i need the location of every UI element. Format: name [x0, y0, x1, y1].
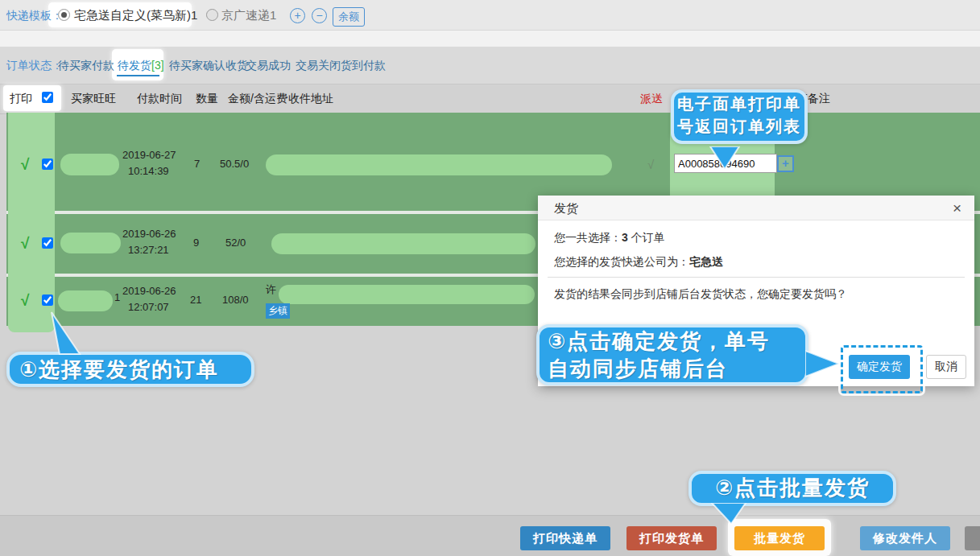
- tab-awaiting-payment[interactable]: 待买家付款: [58, 59, 114, 73]
- dialog-selected-line: 您一共选择：3 个订单: [554, 231, 665, 245]
- pay-time: 13:27:21: [128, 244, 169, 256]
- add-template-icon[interactable]: +: [290, 8, 305, 23]
- redacted-address-pill: [271, 233, 535, 254]
- cancel-button[interactable]: 取消: [926, 355, 966, 379]
- tab-awaiting-shipment[interactable]: 待发货[3]: [118, 59, 164, 73]
- callout-step1-pointer: [42, 311, 82, 356]
- callout-step3-bubble: ③点击确定发货，单号 自动同步店铺后台: [536, 324, 808, 385]
- remove-template-icon[interactable]: −: [312, 8, 327, 23]
- quantity: 9: [193, 237, 199, 249]
- print-shiplist-button[interactable]: 打印发货单: [626, 526, 717, 550]
- courier-label: 您选择的发货快递公司为：: [554, 255, 689, 268]
- dispatch-check-icon: √: [647, 158, 654, 171]
- callout-tracking-pointer: [705, 146, 744, 171]
- buyer-name-suffix: 1: [114, 291, 120, 303]
- active-tab-underline: [117, 75, 159, 76]
- callout-tracking-text-2: 号返回订单列表: [674, 116, 804, 137]
- dialog-title: 发货: [554, 201, 578, 216]
- pay-time: 10:14:39: [128, 165, 169, 177]
- edit-sender-button[interactable]: 修改发件人: [860, 526, 950, 550]
- redacted-address-pill: [279, 285, 535, 304]
- order-status-label: 订单状态：: [6, 59, 63, 73]
- tab-trade-closed[interactable]: 交易关闭: [296, 59, 341, 73]
- callout-step2-pointer: [710, 503, 749, 525]
- row-printed-check-icon: √: [21, 156, 29, 174]
- callout-step3-text-1: ③点击确定发货，单号: [540, 327, 805, 356]
- selected-count-label: 您一共选择：: [554, 231, 622, 244]
- courier-value: 宅急送: [689, 255, 723, 268]
- dialog-titlebar: [538, 196, 974, 220]
- row-printed-check-icon: √: [21, 292, 29, 310]
- divider-strip: [0, 31, 980, 47]
- address-prefix: 许: [266, 282, 276, 297]
- callout-step3-pointer: [805, 349, 842, 380]
- callout-step1-bubble: ①选择要发货的订单: [6, 352, 254, 387]
- batch-ship-button[interactable]: 批量发货: [734, 526, 825, 550]
- redacted-buyer-pill: [60, 233, 121, 253]
- header-qty: 数量: [196, 92, 218, 106]
- amount: 108/0: [222, 294, 249, 306]
- tab-awaiting-shipment-label: 待发货: [118, 59, 151, 72]
- header-dispatch: 派送: [640, 92, 663, 106]
- amount: 50.5/0: [220, 158, 249, 170]
- template-radio-2[interactable]: [206, 9, 218, 21]
- header-pay-time: 付款时间: [137, 92, 182, 106]
- redacted-address-pill: [266, 154, 612, 175]
- callout-tracking-text-1: 电子面单打印单: [674, 93, 804, 116]
- footer-bar: [0, 515, 980, 556]
- template-option2-label[interactable]: 京广速递1: [221, 8, 276, 23]
- callout-step1-text: ①选择要发货的订单: [10, 355, 251, 384]
- balance-button[interactable]: 余额: [333, 7, 365, 27]
- page: 快递模板： 宅急送自定义(菜鸟新)1 京广速递1 + − 余额 订单状态： 待买…: [0, 0, 980, 556]
- pay-date: 2019-06-27: [122, 149, 176, 161]
- cutoff-button[interactable]: [965, 526, 980, 550]
- header-print: 打印: [10, 92, 32, 106]
- add-tracking-icon[interactable]: +: [777, 155, 794, 172]
- dialog-divider: [548, 277, 965, 278]
- pay-date: 2019-06-26: [122, 228, 176, 240]
- quantity: 21: [190, 294, 201, 306]
- template-option1-label[interactable]: 宅急送自定义(菜鸟新)1: [74, 8, 197, 23]
- dialog-courier-line: 您选择的发货快递公司为：宅急送: [554, 255, 723, 270]
- header-amount: 金额/含运费: [228, 92, 287, 106]
- callout-tracking-bubble: 电子面单打印单 号返回订单列表: [671, 89, 808, 144]
- callout-step2-text: ②点击批量发货: [692, 474, 893, 502]
- select-all-checkbox[interactable]: [42, 92, 53, 103]
- print-express-button[interactable]: 打印快递单: [520, 526, 610, 550]
- redacted-buyer-pill: [60, 154, 119, 175]
- radio-selected-dot: [61, 12, 67, 18]
- template-radio-1[interactable]: [58, 9, 70, 21]
- row-checkbox[interactable]: [42, 237, 53, 249]
- template-bar-label: 快递模板：: [6, 9, 63, 23]
- dialog-message: 发货的结果会同步到店铺后台发货状态，您确定要发货吗？: [554, 287, 847, 302]
- redacted-buyer-pill: [58, 290, 113, 311]
- confirm-button-highlight: [841, 345, 923, 393]
- tab-trade-success[interactable]: 交易成功: [246, 59, 291, 73]
- selected-count-value: 3: [622, 231, 628, 244]
- selected-count-suffix: 个订单: [631, 231, 665, 244]
- tab-awaiting-confirm[interactable]: 待买家确认收货: [169, 59, 248, 73]
- row-printed-check-icon: √: [21, 235, 29, 253]
- row-checkbox[interactable]: [42, 294, 53, 306]
- header-address: 收件地址: [288, 92, 333, 106]
- tab-cod[interactable]: 货到付款: [341, 59, 386, 73]
- pay-time: 12:07:07: [128, 301, 169, 313]
- amount: 52/0: [225, 237, 246, 249]
- callout-step3-text-2: 自动同步店铺后台: [540, 356, 805, 381]
- callout-step2-bubble: ②点击批量发货: [688, 471, 896, 506]
- pay-date: 2019-06-26: [122, 285, 176, 297]
- tab-count-badge: [3]: [151, 59, 164, 72]
- header-buyer: 买家旺旺: [71, 92, 116, 106]
- quantity: 7: [194, 158, 200, 170]
- close-icon[interactable]: ×: [953, 200, 961, 216]
- row-checkbox[interactable]: [42, 159, 53, 170]
- township-badge: 乡镇: [266, 303, 290, 319]
